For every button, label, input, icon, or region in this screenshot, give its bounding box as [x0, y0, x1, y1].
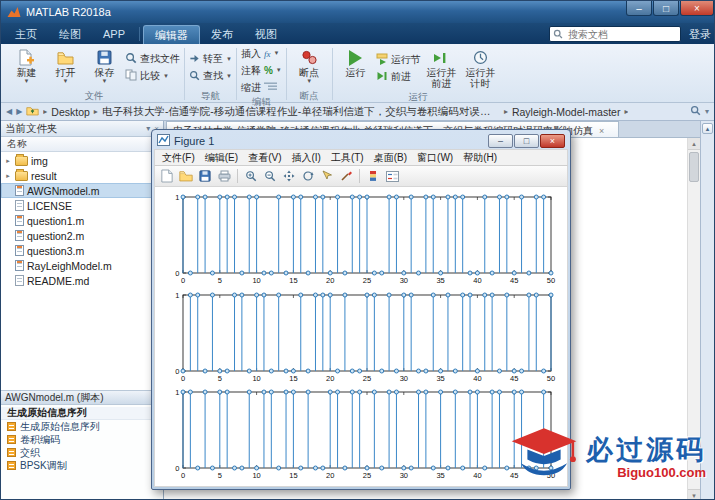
advance-button[interactable]: 前进	[376, 70, 421, 83]
run-and-advance-button[interactable]: 运行并 前进	[423, 47, 460, 89]
toolstrip-tab-发布[interactable]: 发布	[200, 25, 244, 44]
search-input[interactable]	[566, 28, 677, 41]
details-item[interactable]: 交织	[1, 446, 163, 459]
goto-button[interactable]: 转至 ▼	[189, 53, 232, 66]
indent-button[interactable]: 缩进	[241, 81, 282, 94]
panel-menu-icon[interactable]: ▾	[146, 124, 150, 133]
run-and-time-label-1: 运行并	[465, 67, 495, 78]
folder-expander-icon[interactable]: ▸	[4, 157, 12, 165]
figure-menu-item[interactable]: 窗口(W)	[412, 151, 458, 165]
save-figure-icon[interactable]	[197, 168, 213, 184]
tab-separator	[139, 27, 140, 41]
run-button[interactable]: 运行	[337, 47, 374, 89]
file-row-question2.m[interactable]: question2.m	[1, 228, 163, 243]
insert-colorbar-icon[interactable]	[365, 168, 381, 184]
figure-plot-area[interactable]: 0510152025303540455001 05101520253035404…	[154, 187, 568, 487]
rotate-3d-icon[interactable]	[300, 168, 316, 184]
new-script-button[interactable]: 新建 ▼	[8, 47, 45, 88]
print-icon[interactable]	[216, 168, 232, 184]
brush-icon[interactable]	[338, 168, 354, 184]
details-item[interactable]: 生成原始信息序列	[1, 420, 163, 433]
folder-expander-icon[interactable]: ▸	[4, 172, 12, 180]
compare-button[interactable]: 比较 ▼	[125, 70, 180, 83]
insert-button[interactable]: 插入 fx ▼	[241, 47, 282, 60]
chevron-down-icon[interactable]: ▾	[705, 107, 709, 116]
toolstrip-tab-视图[interactable]: 视图	[244, 25, 288, 44]
toolstrip-tab-绘图[interactable]: 绘图	[48, 25, 92, 44]
scrollbar-thumb[interactable]	[689, 152, 699, 182]
figure-menu-item[interactable]: 帮助(H)	[458, 151, 502, 165]
search-icon	[553, 25, 563, 43]
breadcrumb-segment[interactable]: 电子科技大学-信通学院-移动通信课程作业-单径瑞利信道下，交织与卷积编码对误码率…	[102, 105, 500, 119]
breadcrumb-segment[interactable]: Desktop	[51, 106, 90, 118]
comment-button[interactable]: 注释 % ▼	[241, 64, 282, 77]
breadcrumb-segment[interactable]: Rayleigh-Model-master	[512, 106, 621, 118]
svg-text:0: 0	[175, 464, 179, 473]
figure-menu-item[interactable]: 插入(I)	[286, 151, 325, 165]
toolstrip-tab-编辑器[interactable]: 编辑器	[143, 25, 200, 44]
code-section-icon	[7, 448, 16, 457]
folder-icon	[15, 171, 28, 181]
run-section-button[interactable]: 运行节	[376, 53, 421, 66]
file-row-result[interactable]: ▸result	[1, 168, 163, 183]
file-row-img[interactable]: ▸img	[1, 153, 163, 168]
scroll-up-icon[interactable]: ▴	[688, 138, 700, 150]
toolstrip-tab-主页[interactable]: 主页	[4, 25, 48, 44]
details-item[interactable]: 生成原始信息序列	[1, 407, 163, 420]
folder-search-icon[interactable]	[690, 105, 701, 118]
figure-menu-item[interactable]: 文件(F)	[157, 151, 200, 165]
details-header[interactable]: AWGNmodel.m (脚本) ▴	[1, 390, 163, 405]
save-button[interactable]: 保存 ▼	[86, 47, 123, 88]
close-button[interactable]: ×	[680, 1, 714, 16]
svg-text:40: 40	[473, 471, 481, 480]
new-figure-icon[interactable]	[159, 168, 175, 184]
scroll-down-icon[interactable]: ▾	[688, 489, 700, 500]
doc-search-box[interactable]	[549, 26, 681, 42]
figure-menu-item[interactable]: 桌面(B)	[369, 151, 412, 165]
figure-maximize-button[interactable]: □	[514, 134, 539, 148]
pan-icon[interactable]	[281, 168, 297, 184]
data-cursor-icon[interactable]	[319, 168, 335, 184]
figure-menu-item[interactable]: 查看(V)	[243, 151, 286, 165]
maximize-button[interactable]: □	[653, 1, 679, 16]
run-and-advance-label-1: 运行并	[426, 67, 456, 78]
open-file-icon[interactable]	[178, 168, 194, 184]
zoom-in-icon[interactable]	[243, 168, 259, 184]
name-column-header[interactable]: 名称	[1, 137, 163, 152]
toolstrip-tab-APP[interactable]: APP	[92, 25, 136, 44]
figure-titlebar[interactable]: Figure 1 – □ ×	[154, 132, 568, 149]
svg-text:35: 35	[436, 275, 444, 284]
file-row-RayLeighModel.m[interactable]: RayLeighModel.m	[1, 258, 163, 273]
caret-down-icon: ▼	[163, 73, 169, 80]
new-script-label: 新建	[17, 67, 37, 78]
stem-plot-2[interactable]: 0510152025303540455001	[163, 290, 559, 384]
fx-icon: fx	[264, 49, 271, 59]
file-row-AWGNmodel.m[interactable]: AWGNmodel.m	[1, 183, 163, 198]
sign-in-link[interactable]: 登录	[689, 27, 711, 42]
stem-plot-1[interactable]: 0510152025303540455001	[163, 192, 559, 286]
figure-menu-item[interactable]: 编辑(E)	[200, 151, 243, 165]
expand-panel-button[interactable]: ▴	[702, 123, 713, 134]
file-row-question3.m[interactable]: question3.m	[1, 243, 163, 258]
file-row-LICENSE[interactable]: LICENSE	[1, 198, 163, 213]
back-button[interactable]: ◀	[6, 107, 12, 116]
minimize-button[interactable]: –	[626, 1, 652, 16]
insert-legend-icon[interactable]	[384, 168, 400, 184]
stem-plot-3[interactable]: 0510152025303540455001	[163, 387, 559, 481]
tab-close-icon[interactable]: ×	[599, 126, 604, 136]
open-button[interactable]: 打开 ▼	[47, 47, 84, 88]
find-files-button[interactable]: 查找文件	[125, 53, 180, 66]
find-button[interactable]: 查找 ▼	[189, 70, 232, 83]
zoom-out-icon[interactable]	[262, 168, 278, 184]
figure-minimize-button[interactable]: –	[488, 134, 513, 148]
run-and-time-button[interactable]: 运行并 计时	[462, 47, 499, 89]
breakpoints-button[interactable]: 断点 ▼	[291, 47, 328, 88]
file-row-question1.m[interactable]: question1.m	[1, 213, 163, 228]
details-item[interactable]: 卷积编码	[1, 433, 163, 446]
details-item[interactable]: BPSK调制	[1, 459, 163, 472]
file-row-README.md[interactable]: README.md	[1, 273, 163, 288]
figure-menu-item[interactable]: 工具(T)	[326, 151, 369, 165]
forward-button[interactable]: ▶	[16, 107, 22, 116]
up-folder-icon[interactable]	[26, 105, 39, 118]
figure-close-button[interactable]: ×	[540, 134, 565, 148]
